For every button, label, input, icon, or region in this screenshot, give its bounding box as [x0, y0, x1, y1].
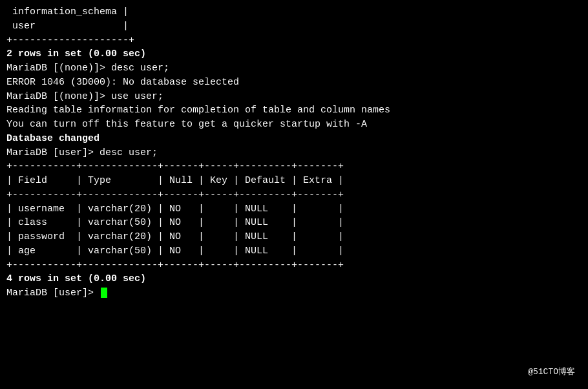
terminal-line-l18: | class | varchar(50) | NO | | NULL | |	[6, 216, 582, 230]
terminal-window: information_schema | user |+------------…	[6, 5, 582, 384]
terminal-line-l10: You can turn off this feature to get a q…	[6, 118, 582, 132]
watermark: @51CTO博客	[528, 366, 575, 377]
terminal-line-l6: MariaDB [(none)]> desc user;	[6, 61, 582, 76]
terminal-line-l16: +-----------+-------------+------+-----+…	[6, 188, 582, 202]
terminal-line-l1: information_schema |	[6, 5, 582, 19]
terminal-line-l20: | age | varchar(50) | NO | | NULL | |	[6, 244, 582, 258]
terminal-line-l24: MariaDB [user]>	[6, 286, 582, 300]
terminal-line-l14: +-----------+-------------+------+-----+…	[6, 160, 582, 174]
terminal-line-l22: 4 rows in set (0.00 sec)	[6, 272, 582, 286]
terminal-line-l19: | password | varchar(20) | NO | | NULL |…	[6, 230, 582, 244]
terminal-line-l8: MariaDB [(none)]> use user;	[6, 90, 582, 104]
terminal-line-l12: Database changed	[6, 132, 582, 146]
terminal-line-l9: Reading table information for completion…	[6, 103, 582, 118]
terminal-line-l15: | Field | Type | Null | Key | Default | …	[6, 174, 582, 188]
terminal-line-l17: | username | varchar(20) | NO | | NULL |…	[6, 202, 582, 216]
terminal-line-l13: MariaDB [user]> desc user;	[6, 146, 582, 160]
terminal-line-l3: +--------------------+	[6, 34, 582, 48]
terminal-line-l7: ERROR 1046 (3D000): No database selected	[6, 76, 582, 90]
terminal-output: information_schema | user |+------------…	[6, 5, 582, 300]
terminal-line-l21: +-----------+-------------+------+-----+…	[6, 258, 582, 273]
terminal-line-l4: 2 rows in set (0.00 sec)	[6, 47, 582, 61]
terminal-cursor	[101, 288, 107, 298]
terminal-line-l2: user |	[6, 19, 582, 34]
